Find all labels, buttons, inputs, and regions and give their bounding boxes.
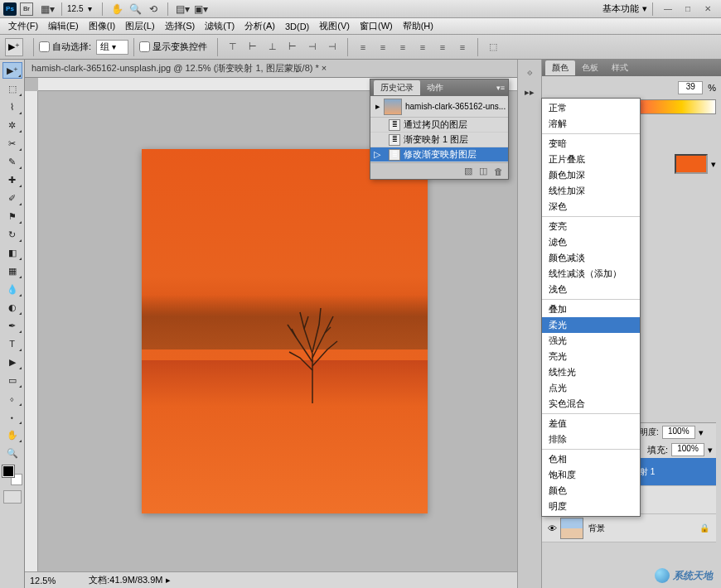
distribute-5-icon[interactable]: ≡ xyxy=(434,39,451,55)
path-select-tool[interactable]: ▶ xyxy=(2,354,22,370)
maximize-button[interactable]: □ xyxy=(680,3,696,15)
blend-mode-option[interactable]: 线性光 xyxy=(542,364,640,380)
blend-mode-option[interactable]: 实色混合 xyxy=(542,396,640,412)
layer-fill-input[interactable]: 100% xyxy=(671,443,704,456)
menu-image[interactable]: 图像(I) xyxy=(84,20,120,32)
workspace-switcher[interactable]: 基本功能 xyxy=(602,2,639,15)
lasso-tool[interactable]: ⌇ xyxy=(2,99,22,115)
blend-mode-option[interactable]: 滤色 xyxy=(542,234,640,250)
distribute-4-icon[interactable]: ≡ xyxy=(414,39,431,55)
dock-history-icon[interactable]: ▸▸ xyxy=(519,83,540,101)
type-tool[interactable]: T xyxy=(2,335,22,352)
tab-color[interactable]: 颜色 xyxy=(545,60,575,75)
align-hcenter-icon[interactable]: ⊣ xyxy=(304,39,321,55)
stamp-tool[interactable]: ⚑ xyxy=(2,208,22,224)
brush-tool[interactable]: ✐ xyxy=(2,190,22,206)
blend-mode-option[interactable]: 变亮 xyxy=(542,219,640,234)
blend-mode-option[interactable]: 亮光 xyxy=(542,349,640,364)
blend-mode-option[interactable]: 点光 xyxy=(542,380,640,396)
blend-mode-option[interactable]: 颜色加深 xyxy=(542,167,640,183)
history-item[interactable]: ▷≣修改渐变映射图层 xyxy=(370,147,508,162)
auto-align-icon[interactable]: ⬚ xyxy=(485,39,501,55)
screen-mode-icon[interactable]: ▣▾ xyxy=(193,2,208,17)
auto-select-target[interactable]: 组 ▾ xyxy=(96,40,128,55)
history-item[interactable]: ≣通过拷贝的图层 xyxy=(370,118,508,133)
status-doc-size[interactable]: 文档:41.9M/83.9M xyxy=(89,574,162,586)
align-left-icon[interactable]: ⊢ xyxy=(284,39,301,55)
visibility-icon[interactable]: 👁 xyxy=(545,523,559,533)
shape-tool[interactable]: ▭ xyxy=(2,372,22,388)
dodge-tool[interactable]: ◐ xyxy=(2,299,22,316)
menu-edit[interactable]: 编辑(E) xyxy=(43,20,84,32)
tab-styles[interactable]: 样式 xyxy=(605,60,635,75)
distribute-2-icon[interactable]: ≡ xyxy=(375,39,391,55)
align-right-icon[interactable]: ⊣ xyxy=(324,39,341,55)
blend-mode-option[interactable]: 排除 xyxy=(542,431,640,447)
zoom-tool[interactable]: 🔍 xyxy=(2,445,22,461)
gradient-tool[interactable]: ▦ xyxy=(2,263,22,279)
blend-mode-option[interactable]: 强光 xyxy=(542,333,640,349)
foreground-swatch[interactable] xyxy=(2,465,14,477)
eraser-tool[interactable]: ◧ xyxy=(2,244,22,261)
menu-select[interactable]: 选择(S) xyxy=(160,20,201,32)
eyedropper-tool[interactable]: ✎ xyxy=(2,153,22,170)
blend-mode-option[interactable]: 正常 xyxy=(542,100,640,116)
history-item[interactable]: ≣渐变映射 1 图层 xyxy=(370,133,508,147)
blend-mode-option[interactable]: 色相 xyxy=(542,451,640,467)
document-tab[interactable]: hamish-clark-365162-unsplash.jpg @ 12.5%… xyxy=(25,60,517,78)
blend-mode-option[interactable]: 明度 xyxy=(542,499,640,514)
zoom-readout[interactable]: 12.5 xyxy=(67,4,83,13)
history-snapshot[interactable]: ▸ hamish-clark-365162-uns... xyxy=(370,96,508,118)
swatch-orange[interactable] xyxy=(675,154,708,174)
menu-layer[interactable]: 图层(L) xyxy=(120,20,159,32)
blend-mode-option[interactable]: 线性减淡（添加） xyxy=(542,266,640,282)
menu-view[interactable]: 视图(V) xyxy=(314,20,355,32)
zoom-icon[interactable]: 🔍 xyxy=(128,2,143,17)
distribute-6-icon[interactable]: ≡ xyxy=(454,39,471,55)
blend-mode-option[interactable]: 饱和度 xyxy=(542,467,640,483)
layer-opacity-input[interactable]: 100% xyxy=(662,426,695,439)
opacity-input[interactable]: 39 xyxy=(678,81,703,94)
tab-swatches[interactable]: 色板 xyxy=(575,60,605,75)
3d-camera-tool[interactable]: ⬩ xyxy=(2,408,22,425)
blend-mode-option[interactable]: 深色 xyxy=(542,199,640,214)
mini-bridge-icon[interactable]: ▦▾ xyxy=(40,2,55,17)
foreground-background-colors[interactable] xyxy=(2,465,22,485)
layer-thumb[interactable] xyxy=(560,518,583,539)
blend-mode-option[interactable]: 正片叠底 xyxy=(542,152,640,167)
quick-mask-toggle[interactable] xyxy=(3,490,22,504)
show-transform-checkbox[interactable]: 显示变换控件 xyxy=(139,41,207,53)
crop-tool[interactable]: ✂ xyxy=(2,135,22,152)
move-tool[interactable]: ▶⁺ xyxy=(2,62,22,79)
align-vcenter-icon[interactable]: ⊢ xyxy=(244,39,261,55)
blend-mode-option[interactable]: 溶解 xyxy=(542,116,640,132)
align-top-icon[interactable]: ⊤ xyxy=(225,39,241,55)
menu-help[interactable]: 帮助(H) xyxy=(398,20,438,32)
auto-select-checkbox[interactable]: 自动选择: xyxy=(39,41,91,53)
blend-mode-option[interactable]: 颜色减淡 xyxy=(542,250,640,266)
distribute-1-icon[interactable]: ≡ xyxy=(355,39,371,55)
delete-icon[interactable]: 🗑 xyxy=(494,166,503,176)
new-snapshot-icon[interactable]: ▧ xyxy=(464,166,472,176)
blur-tool[interactable]: 💧 xyxy=(2,281,22,297)
panel-menu-icon[interactable]: ▾≡ xyxy=(496,84,505,92)
menu-file[interactable]: 文件(F) xyxy=(3,20,43,32)
close-button[interactable]: ✕ xyxy=(699,3,716,15)
align-bottom-icon[interactable]: ⊥ xyxy=(264,39,281,55)
blend-mode-option[interactable]: 变暗 xyxy=(542,136,640,152)
menu-3d[interactable]: 3D(D) xyxy=(280,22,314,31)
bridge-icon[interactable]: Br xyxy=(20,2,33,16)
quick-select-tool[interactable]: ✲ xyxy=(2,117,22,133)
layer-row[interactable]: 👁 背景 🔒 xyxy=(542,514,716,542)
tab-actions[interactable]: 动作 xyxy=(420,80,450,95)
blend-mode-option[interactable]: 线性加深 xyxy=(542,183,640,199)
blend-mode-option[interactable]: 柔光 xyxy=(542,317,640,333)
minimize-button[interactable]: — xyxy=(660,3,676,15)
blend-mode-option[interactable]: 浅色 xyxy=(542,282,640,297)
dock-brush-icon[interactable]: ⟐ xyxy=(519,63,540,81)
history-brush-tool[interactable]: ↻ xyxy=(2,226,22,243)
tab-history[interactable]: 历史记录 xyxy=(374,80,420,95)
rotate-view-icon[interactable]: ⟲ xyxy=(146,2,161,17)
current-tool-indicator[interactable]: ▶⁺ xyxy=(5,38,23,56)
hand-tool[interactable]: ✋ xyxy=(2,427,22,443)
